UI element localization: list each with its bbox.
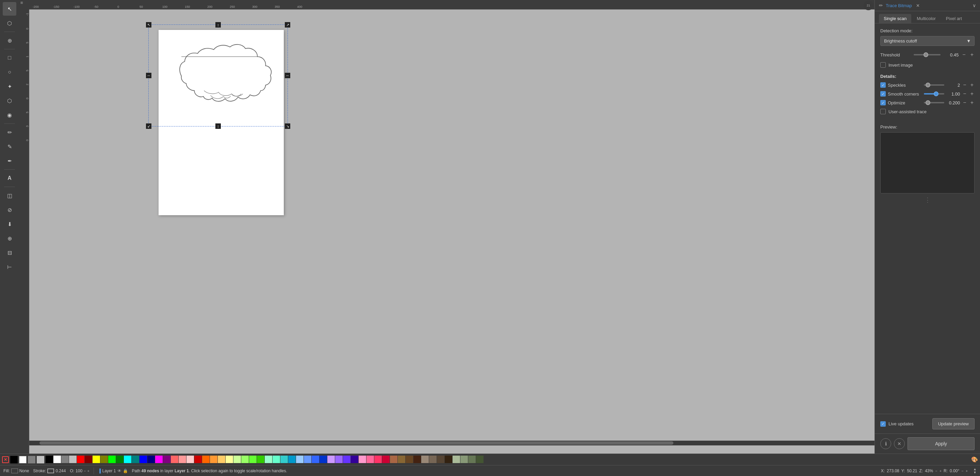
color-swatch[interactable] — [77, 455, 84, 463]
color-swatch[interactable] — [468, 455, 476, 463]
zoom-increment-btn[interactable]: + — [940, 469, 942, 473]
speckles-checkbox[interactable]: ✓ — [880, 82, 886, 88]
speckles-slider-track[interactable] — [924, 84, 944, 86]
color-swatch[interactable] — [171, 455, 178, 463]
optimize-slider-thumb[interactable] — [926, 100, 930, 105]
panel-collapse-btn[interactable]: ∨ — [972, 3, 976, 8]
spiral-tool[interactable]: ◉ — [3, 108, 16, 122]
node-tool[interactable]: ⬡ — [3, 16, 16, 30]
optimize-increment-btn[interactable]: + — [969, 100, 975, 105]
optimize-checkbox[interactable]: ✓ — [880, 100, 886, 105]
panel-close-btn[interactable]: ✕ — [916, 3, 920, 8]
opacity-increment-btn[interactable]: + — [88, 469, 89, 473]
color-swatch[interactable] — [140, 455, 147, 463]
color-swatch[interactable] — [202, 455, 210, 463]
color-swatch[interactable] — [382, 455, 390, 463]
color-swatch[interactable] — [163, 455, 170, 463]
color-swatch[interactable] — [343, 455, 350, 463]
color-swatch[interactable] — [61, 455, 69, 463]
live-updates-checkbox[interactable]: ✓ — [880, 421, 886, 427]
color-swatch[interactable] — [53, 455, 61, 463]
color-swatch[interactable] — [257, 455, 264, 463]
color-swatch[interactable] — [312, 455, 319, 463]
paint-bucket-tool[interactable]: ⬇ — [3, 217, 16, 231]
3d-box-tool[interactable]: ⬡ — [3, 94, 16, 108]
color-swatch[interactable] — [218, 455, 225, 463]
threshold-slider-track[interactable] — [914, 54, 940, 56]
handle-tr[interactable]: ↗ — [285, 22, 290, 27]
values-up-btn[interactable]: ▲ — [973, 468, 977, 471]
color-swatch[interactable] — [85, 455, 92, 463]
tab-single-scan[interactable]: Single scan — [879, 14, 911, 23]
smooth-corners-slider-thumb[interactable] — [934, 92, 939, 96]
speckles-increment-btn[interactable]: + — [969, 82, 975, 88]
color-swatch-white[interactable] — [19, 456, 27, 463]
opacity-decrement-btn[interactable]: − — [84, 469, 86, 473]
user-assisted-checkbox[interactable] — [880, 109, 886, 114]
color-swatch[interactable] — [179, 455, 186, 463]
handle-tm[interactable]: ↕ — [215, 22, 221, 27]
color-swatch[interactable] — [429, 455, 437, 463]
speckles-slider-thumb[interactable] — [926, 83, 930, 87]
color-swatch[interactable] — [241, 455, 249, 463]
pencil-tool[interactable]: ✎ — [3, 140, 16, 153]
tab-pixel-art[interactable]: Pixel art — [941, 14, 967, 23]
color-swatch[interactable] — [226, 455, 233, 463]
eraser-tool[interactable]: ⊟ — [3, 246, 16, 259]
color-swatch[interactable] — [414, 455, 421, 463]
color-swatch[interactable] — [194, 455, 202, 463]
optimize-slider-track[interactable] — [924, 102, 944, 103]
color-swatch[interactable] — [421, 455, 429, 463]
speckles-decrement-btn[interactable]: − — [962, 82, 967, 88]
smooth-corners-increment-btn[interactable]: + — [969, 91, 975, 97]
color-swatch[interactable] — [210, 455, 218, 463]
color-swatch[interactable] — [460, 455, 468, 463]
color-swatch[interactable] — [69, 455, 76, 463]
circle-tool[interactable]: ○ — [3, 65, 16, 79]
select-tool[interactable]: ↖ — [3, 2, 16, 16]
update-preview-btn[interactable]: Update preview — [932, 418, 975, 429]
rotation-increment-btn[interactable]: + — [966, 469, 968, 473]
invert-image-checkbox[interactable] — [880, 62, 886, 68]
color-swatch[interactable] — [296, 455, 304, 463]
remove-color-btn[interactable]: ✕ — [2, 456, 9, 463]
color-swatch[interactable] — [453, 455, 460, 463]
color-swatch[interactable] — [265, 455, 272, 463]
color-swatch[interactable] — [320, 455, 327, 463]
handle-ml[interactable]: ↔ — [146, 73, 151, 78]
color-swatch[interactable] — [234, 455, 241, 463]
calligraphy-tool[interactable]: ✒ — [3, 154, 16, 168]
color-swatch[interactable] — [46, 455, 53, 463]
rect-tool[interactable]: □ — [3, 51, 16, 65]
color-swatch[interactable] — [280, 455, 288, 463]
color-swatch[interactable] — [335, 455, 343, 463]
color-swatch[interactable] — [100, 455, 108, 463]
spray-tool[interactable]: ⊕ — [3, 232, 16, 245]
values-down-btn[interactable]: ▼ — [973, 471, 977, 474]
apply-btn[interactable]: Apply — [907, 437, 975, 450]
color-swatch[interactable] — [108, 455, 116, 463]
color-swatch-gray[interactable] — [28, 456, 35, 463]
color-swatch[interactable] — [116, 455, 124, 463]
color-swatch[interactable] — [366, 455, 374, 463]
scrollbar-thumb[interactable] — [40, 441, 673, 445]
color-swatch-silver[interactable] — [37, 456, 44, 463]
tab-multicolor[interactable]: Multicolor — [912, 14, 940, 23]
zoom-tool[interactable]: ⊕ — [3, 34, 16, 47]
info-btn[interactable]: ℹ — [880, 438, 891, 449]
handle-mr[interactable]: ↔ — [285, 73, 290, 78]
zoom-decrement-btn[interactable]: − — [935, 469, 937, 473]
lock-icon[interactable]: 🔒 — [123, 468, 128, 473]
color-swatch[interactable] — [132, 455, 139, 463]
color-swatch[interactable] — [398, 455, 405, 463]
color-swatch[interactable] — [124, 455, 131, 463]
text-tool[interactable]: A — [3, 171, 16, 185]
color-swatch[interactable] — [359, 455, 366, 463]
color-swatch[interactable] — [249, 455, 256, 463]
color-swatch[interactable] — [186, 455, 194, 463]
horizontal-scrollbar[interactable] — [29, 441, 875, 446]
smooth-corners-slider-track[interactable] — [924, 93, 944, 95]
color-swatch[interactable] — [437, 455, 444, 463]
eye-icon[interactable]: 👁 — [118, 468, 121, 473]
dropper-tool[interactable]: ⊘ — [3, 203, 16, 217]
